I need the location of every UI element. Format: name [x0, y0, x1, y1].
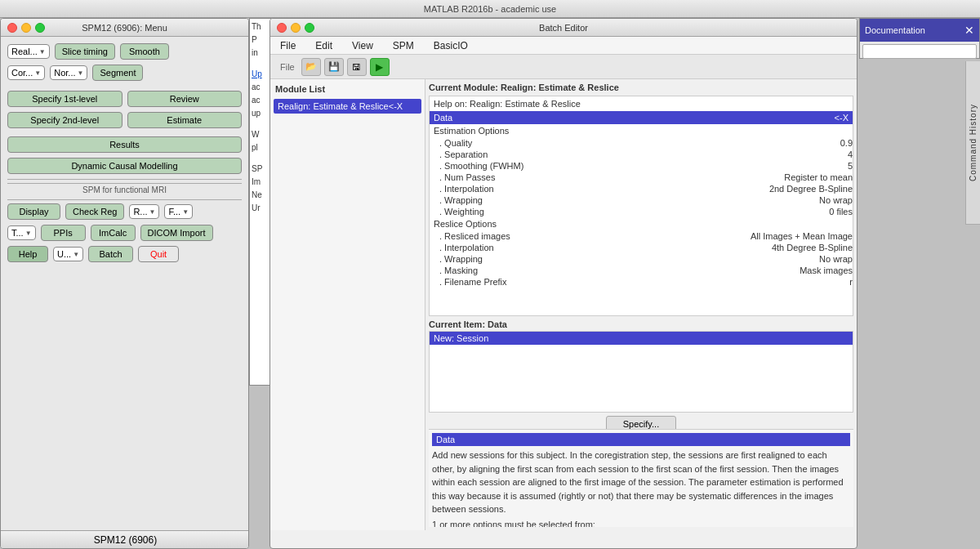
- run-icon: ▶: [376, 61, 383, 73]
- display-button[interactable]: Display: [7, 203, 60, 220]
- estimation-options-header: Estimation Options: [430, 124, 853, 137]
- specify-2nd-button[interactable]: Specify 2nd-level: [7, 112, 122, 128]
- check-reg-button[interactable]: Check Reg: [65, 203, 124, 220]
- fmri-label: SPM for functional MRI: [7, 183, 242, 196]
- r-arrow: ▼: [149, 208, 156, 216]
- dynamic-causal-button[interactable]: Dynamic Causal Modelling: [7, 158, 242, 174]
- estimate-button[interactable]: Estimate: [127, 112, 243, 128]
- reslice-option-4[interactable]: . Masking Mask images: [430, 265, 853, 276]
- current-item-header: Current Item: Data: [429, 319, 853, 329]
- menu-spm[interactable]: SPM: [390, 38, 417, 53]
- ppis-button[interactable]: PPIs: [41, 225, 86, 241]
- reslice-option-5[interactable]: . Filename Prefix r: [430, 276, 853, 288]
- option-num-passes[interactable]: . Num Passes Register to mean: [430, 172, 853, 183]
- strip-line-6: up: [252, 107, 271, 120]
- u-arrow: ▼: [73, 251, 79, 258]
- cor-dropdown[interactable]: Cor... ▼: [7, 65, 45, 80]
- batch-button[interactable]: Batch: [88, 246, 133, 262]
- strip-line-10: Im: [252, 176, 271, 189]
- option-separation[interactable]: . Separation 4: [430, 149, 853, 160]
- t-arrow: ▼: [25, 230, 32, 237]
- t-dropdown[interactable]: T... ▼: [7, 225, 36, 240]
- slice-timing-button[interactable]: Slice timing: [55, 43, 115, 60]
- desc-header: Data: [432, 433, 850, 446]
- spm-bottom-row-2: T... ▼ PPIs ImCalc DICOM Import: [7, 225, 242, 241]
- spm-row-5: Results: [7, 136, 242, 153]
- strip-link-1[interactable]: Up: [252, 68, 271, 81]
- spm-minimize-button[interactable]: [21, 23, 31, 33]
- open-toolbar-button[interactable]: 📂: [301, 58, 321, 76]
- option-smoothing[interactable]: . Smoothing (FWHM) 5: [430, 160, 853, 172]
- current-module-header: Current Module: Realign: Estimate & Resl…: [429, 83, 853, 92]
- batch-window-title: Batch Editor: [539, 23, 588, 33]
- f-label: F...: [168, 207, 180, 216]
- nor-label: Nor...: [54, 68, 75, 78]
- reslice-options-header: Reslice Options: [430, 217, 853, 230]
- reslice-option-1[interactable]: . Resliced images All Images + Mean Imag…: [430, 230, 853, 242]
- review-button[interactable]: Review: [127, 91, 243, 107]
- segment-button[interactable]: Segment: [92, 65, 143, 81]
- strip-line-7: W: [252, 128, 271, 141]
- imcalc-button[interactable]: ImCalc: [91, 225, 136, 241]
- module-item-realign[interactable]: Realign: Estimate & Reslice<-X: [274, 99, 421, 114]
- menu-basicio[interactable]: BasicIO: [430, 38, 471, 53]
- batch-toolbar: File 📂 💾 🖫 ▶: [270, 55, 857, 79]
- smooth-button[interactable]: Smooth: [120, 43, 169, 60]
- menu-file[interactable]: File: [277, 38, 299, 53]
- option-weighting[interactable]: . Weighting 0 files: [430, 206, 853, 217]
- open-icon: 📂: [305, 61, 317, 72]
- option-quality[interactable]: . Quality 0.9: [430, 137, 853, 149]
- u-dropdown[interactable]: U... ▼: [53, 247, 83, 261]
- doc-close-icon[interactable]: ✕: [964, 24, 974, 37]
- r-label: R...: [133, 207, 147, 216]
- option-wrapping[interactable]: . Wrapping No wrap: [430, 194, 853, 206]
- spm-main-content: Real... ▼ Slice timing Smooth Cor... ▼ N…: [1, 37, 248, 274]
- real-label: Real...: [11, 47, 38, 56]
- results-button[interactable]: Results: [7, 136, 242, 153]
- current-module-panel: Current Module: Realign: Estimate & Resl…: [425, 79, 857, 530]
- save-as-toolbar-button[interactable]: 💾: [324, 58, 344, 76]
- option-interpolation[interactable]: . Interpolation 2nd Degree B-Spline: [430, 183, 853, 194]
- matlab-title-bar: MATLAB R2016b - academic use: [0, 0, 980, 18]
- menu-edit[interactable]: Edit: [312, 38, 336, 53]
- batch-title-bar: Batch Editor: [270, 19, 857, 37]
- f-arrow: ▼: [182, 208, 189, 216]
- spm-window-title: SPM12 (6906): Menu: [82, 23, 167, 33]
- real-dropdown[interactable]: Real... ▼: [7, 44, 50, 59]
- desc-option-header: 1 or more options must be selected from:: [432, 520, 850, 528]
- spm-status-text: SPM12 (6906): [94, 534, 157, 546]
- save-icon: 🖫: [352, 62, 361, 72]
- reslice-option-2[interactable]: . Interpolation 4th Degree B-Spline: [430, 242, 853, 253]
- menu-view[interactable]: View: [349, 38, 376, 53]
- nor-dropdown[interactable]: Nor... ▼: [50, 65, 87, 80]
- new-session-item[interactable]: New: Session: [430, 332, 853, 345]
- batch-close-button[interactable]: [277, 23, 287, 33]
- quit-button[interactable]: Quit: [138, 246, 179, 262]
- batch-maximize-button[interactable]: [305, 23, 314, 33]
- save-toolbar-button[interactable]: 🖫: [347, 58, 367, 76]
- doc-search-input[interactable]: [862, 44, 977, 59]
- specify-1st-button[interactable]: Specify 1st-level: [7, 91, 122, 107]
- command-history-tab[interactable]: Command History: [965, 61, 980, 225]
- reslice-option-3[interactable]: . Wrapping No wrap: [430, 253, 853, 265]
- module-list-panel: Module List Realign: Estimate & Reslice<…: [270, 79, 425, 530]
- f-dropdown[interactable]: F... ▼: [164, 204, 193, 219]
- spm-row-4: Specify 2nd-level Estimate: [7, 112, 242, 128]
- data-row[interactable]: Data <-X: [430, 111, 853, 124]
- batch-menu-bar: File Edit View SPM BasicIO: [270, 37, 857, 55]
- save-as-icon: 💾: [328, 61, 340, 72]
- spm-maximize-button[interactable]: [35, 23, 45, 33]
- cor-label: Cor...: [11, 68, 33, 78]
- dicom-import-button[interactable]: DICOM Import: [140, 225, 213, 241]
- batch-minimize-button[interactable]: [291, 23, 301, 33]
- current-item-section: Current Item: Data New: Session Specify.…: [429, 319, 853, 426]
- r-dropdown[interactable]: R... ▼: [129, 204, 159, 219]
- run-toolbar-button[interactable]: ▶: [370, 58, 390, 76]
- matlab-title: MATLAB R2016b - academic use: [424, 4, 556, 14]
- spm-close-button[interactable]: [7, 23, 17, 33]
- spm-bottom-row-3: Help U... ▼ Batch Quit: [7, 246, 242, 262]
- strip-line-9: SP: [252, 163, 271, 176]
- batch-editor-window: Batch Editor File Edit View SPM BasicIO …: [270, 18, 858, 549]
- help-button[interactable]: Help: [7, 246, 48, 262]
- spm-divider-2: [7, 199, 242, 200]
